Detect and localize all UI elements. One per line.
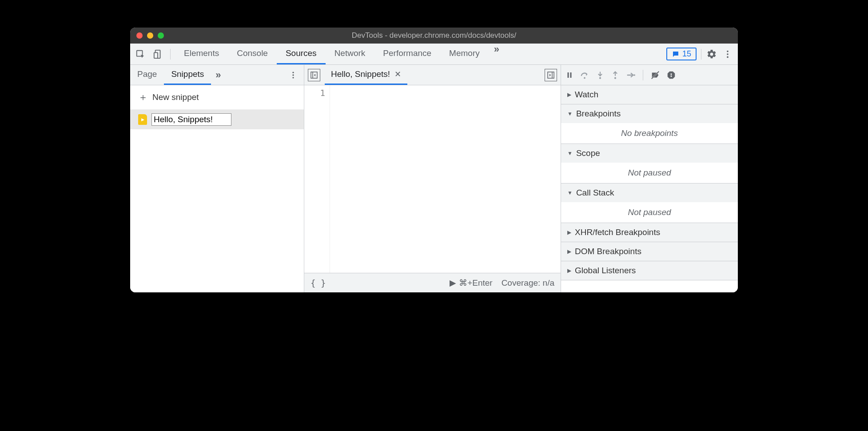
navigator-tab-page[interactable]: Page [130,65,164,85]
svg-point-7 [292,74,294,76]
editor-tab[interactable]: Hello, Snippets! ✕ [325,65,407,85]
inspect-element-icon[interactable] [135,48,146,60]
titlebar: DevTools - developer.chrome.com/docs/dev… [130,28,738,44]
devtools-window: DevTools - developer.chrome.com/docs/dev… [130,28,738,292]
navigator-tab-snippets[interactable]: Snippets [164,65,211,85]
svg-point-4 [727,53,729,55]
main-toolbar: Elements Console Sources Network Perform… [130,44,738,65]
breakpoints-label: Breakpoints [576,109,621,119]
collapse-icon: ▶ [567,92,571,98]
svg-rect-2 [154,52,158,58]
callstack-header[interactable]: ▼ Call Stack [561,184,738,202]
messages-count: 15 [682,49,691,59]
device-toggle-icon[interactable] [152,48,164,60]
code-editor[interactable]: 1 [304,85,561,273]
navigator-menu-icon[interactable] [283,71,304,80]
svg-rect-22 [671,75,672,76]
run-snippet-button[interactable]: ▶ ⌘+Enter [450,278,493,288]
settings-icon[interactable] [706,48,717,60]
debugger-divider [643,70,643,80]
xhr-breakpoints-header[interactable]: ▶ XHR/fetch Breakpoints [561,223,738,242]
navigator-sidebar: Page Snippets » ＋ New snippet [130,65,304,292]
tab-performance[interactable]: Performance [374,44,440,64]
svg-point-6 [292,72,294,73]
collapse-icon: ▶ [567,229,571,235]
tab-sources[interactable]: Sources [277,44,326,64]
more-tabs-icon[interactable]: » [489,44,505,64]
dom-breakpoints-section: ▶ DOM Breakpoints [561,242,738,261]
window-title: DevTools - developer.chrome.com/docs/dev… [130,31,738,40]
callstack-body: Not paused [561,202,738,223]
step-icon[interactable] [626,70,636,80]
svg-point-3 [727,50,729,52]
breakpoints-body: No breakpoints [561,123,738,144]
svg-rect-13 [568,72,569,78]
traffic-lights [130,32,164,39]
deactivate-breakpoints-icon[interactable] [650,70,660,80]
expand-icon: ▼ [567,111,573,117]
plus-icon: ＋ [138,91,148,104]
svg-point-18 [633,74,635,76]
close-tab-icon[interactable]: ✕ [394,69,401,79]
callstack-label: Call Stack [576,188,614,198]
pause-on-exceptions-icon[interactable] [666,70,676,80]
watch-label: Watch [575,90,598,100]
scope-header[interactable]: ▼ Scope [561,144,738,163]
run-hint: ⌘+Enter [459,278,493,288]
debugger-pane: ▶ Watch ▼ Breakpoints No breakpoints ▼ S… [561,65,738,292]
snippet-file-icon [138,114,147,125]
global-listeners-header[interactable]: ▶ Global Listeners [561,261,738,280]
expand-icon: ▼ [567,190,573,196]
xhr-breakpoints-label: XHR/fetch Breakpoints [575,227,660,237]
minimize-window-button[interactable] [147,32,153,39]
xhr-breakpoints-section: ▶ XHR/fetch Breakpoints [561,223,738,242]
scope-section: ▼ Scope Not paused [561,144,738,184]
new-snippet-button[interactable]: ＋ New snippet [130,85,304,110]
breakpoints-header[interactable]: ▼ Breakpoints [561,104,738,123]
tab-network[interactable]: Network [326,44,374,64]
main-tabs: Elements Console Sources Network Perform… [175,44,505,64]
editor-pane: Hello, Snippets! ✕ 1 { } ▶ ⌘+Enter [304,65,561,292]
svg-point-8 [292,77,294,78]
snippet-name-input[interactable] [151,113,231,126]
messages-badge[interactable]: 15 [666,48,697,60]
tab-elements[interactable]: Elements [175,44,228,64]
watch-section: ▶ Watch [561,85,738,104]
show-debugger-icon[interactable] [545,69,557,81]
navigator-more-tabs-icon[interactable]: » [211,69,225,81]
global-listeners-label: Global Listeners [575,266,636,275]
step-into-icon[interactable] [596,71,605,80]
step-over-icon[interactable] [580,70,589,80]
dom-breakpoints-label: DOM Breakpoints [575,247,641,256]
navigator-tabs: Page Snippets » [130,65,304,85]
close-window-button[interactable] [136,32,143,39]
coverage-status: Coverage: n/a [502,278,554,288]
line-number: 1 [304,88,325,98]
step-out-icon[interactable] [611,71,620,80]
kebab-menu-icon[interactable] [722,48,733,60]
expand-icon: ▼ [567,150,573,156]
format-button[interactable]: { } [311,278,326,288]
watch-header[interactable]: ▶ Watch [561,85,738,104]
scope-body: Not paused [561,163,738,183]
svg-rect-21 [671,73,672,75]
new-snippet-label: New snippet [152,92,199,102]
content-area: Page Snippets » ＋ New snippet [130,65,738,292]
svg-point-16 [599,77,601,79]
pause-icon[interactable] [565,71,573,79]
tab-console[interactable]: Console [228,44,277,64]
toolbar-divider [701,49,701,60]
svg-rect-14 [570,72,572,78]
editor-footer: { } ▶ ⌘+Enter Coverage: n/a [304,273,561,292]
collapse-icon: ▶ [567,267,571,274]
breakpoints-section: ▼ Breakpoints No breakpoints [561,104,738,144]
toolbar-divider [170,49,171,60]
snippet-list-item[interactable] [130,110,304,129]
tab-memory[interactable]: Memory [440,44,489,64]
maximize-window-button[interactable] [158,32,164,39]
dom-breakpoints-header[interactable]: ▶ DOM Breakpoints [561,242,738,261]
callstack-section: ▼ Call Stack Not paused [561,184,738,223]
svg-point-15 [584,77,585,79]
svg-point-17 [614,77,616,79]
show-navigator-icon[interactable] [308,69,320,81]
